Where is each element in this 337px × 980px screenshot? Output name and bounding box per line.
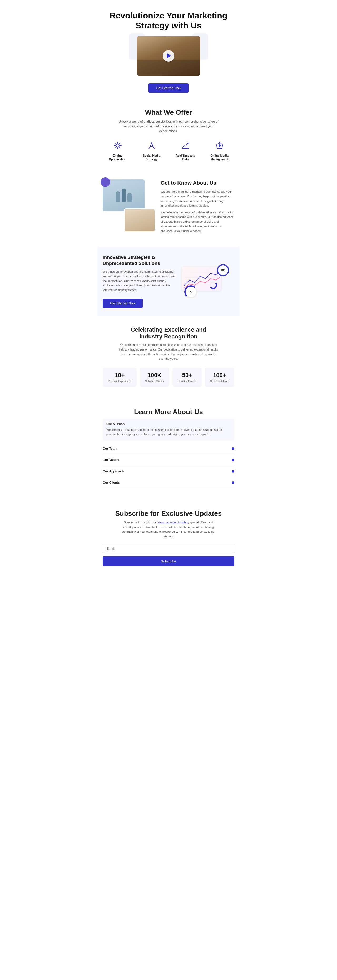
engine-opt-label: Engine Optimization	[104, 154, 131, 161]
svg-point-13	[219, 145, 220, 146]
svg-line-5	[115, 143, 116, 144]
innovative-description: We thrive on innovation and are committe…	[103, 269, 176, 293]
person1	[116, 191, 120, 202]
real-time-label: Real Time and Data	[172, 154, 199, 161]
innovative-content: Innovative Strategies & Unprecedented So…	[103, 255, 176, 308]
about-content: Get to Know About Us We are more than ju…	[161, 180, 234, 233]
accordion-approach-label: Our Approach	[103, 469, 124, 473]
svg-point-11	[154, 148, 155, 149]
stat-clients: 100K Satisfied Clients	[140, 368, 169, 387]
mission-title: Our Mission	[106, 422, 231, 426]
svg-point-10	[151, 142, 152, 143]
stat-clients-number: 100K	[145, 372, 164, 379]
mission-box: Our Mission We are on a mission to trans…	[103, 419, 234, 441]
svg-line-7	[119, 143, 120, 144]
social-media-label: Social Media Strategy	[139, 154, 165, 161]
svg-point-0	[116, 144, 119, 147]
accordion-approach-dot	[232, 470, 234, 473]
about-section: Get to Know About Us We are more than ju…	[97, 172, 240, 246]
circle-70-indicator: 70	[184, 285, 198, 298]
accordion-approach[interactable]: Our Approach	[103, 466, 234, 477]
subscribe-description: Stay in the know with our latest marketi…	[118, 520, 219, 539]
accordion-team-dot	[232, 447, 234, 450]
about-title: Get to Know About Us	[161, 180, 234, 186]
subscribe-section: Subscribe for Exclusive Updates Stay in …	[97, 499, 240, 577]
about-overlay-image	[124, 208, 155, 232]
video-overlay-bottom	[137, 60, 200, 76]
stat-awards: 50+ Industry Awards	[172, 368, 202, 387]
person-silhouettes	[116, 189, 132, 202]
awards-title: Celebrating Excellence and Industry Reco…	[121, 326, 216, 340]
accordion-values-label: Our Values	[103, 458, 119, 462]
person2	[121, 189, 126, 202]
offer-title: What We Offer	[103, 108, 234, 116]
about-para-2: We believe in the power of collaboration…	[161, 210, 234, 234]
hero-section: Revolutionize Your Marketing Strategy wi…	[97, 0, 240, 98]
service-social-media: Social Media Strategy	[139, 141, 165, 161]
stat-team-number: 100+	[210, 372, 229, 379]
hero-get-started-button[interactable]: Get Started Now	[149, 83, 188, 92]
innovative-visual: 100 70	[182, 264, 234, 298]
chart-container: 100 70	[182, 264, 229, 298]
about-images	[103, 180, 155, 232]
online-media-label: Online Media Management	[206, 154, 233, 161]
stat-awards-number: 50+	[178, 372, 196, 379]
stat-awards-label: Industry Awards	[178, 380, 196, 383]
accordion-team[interactable]: Our Team	[103, 443, 234, 455]
hero-title: Revolutionize Your Marketing Strategy wi…	[103, 11, 234, 31]
accordion-clients-dot	[232, 481, 234, 484]
learn-more-section: Learn More About Us Our Mission We are o…	[97, 398, 240, 499]
service-real-time: Real Time and Data	[172, 141, 199, 161]
stat-experience: 10+ Years of Experience	[103, 368, 137, 387]
stat-clients-label: Satisfied Clients	[145, 380, 164, 383]
subscribe-link[interactable]: latest marketing insights	[157, 521, 188, 524]
stat-team-label: Dedicated Team	[210, 380, 229, 383]
innovative-get-started-button[interactable]: Get Started Now	[103, 299, 143, 308]
hero-video-thumbnail[interactable]	[137, 36, 200, 76]
play-button[interactable]	[163, 50, 174, 62]
accordion-values[interactable]: Our Values	[103, 455, 234, 466]
about-overlay-img-placeholder	[125, 209, 155, 231]
stat-experience-label: Years of Experience	[108, 380, 131, 383]
hero-cta-wrapper: Get Started Now	[103, 81, 234, 92]
subscribe-button[interactable]: Subscribe	[103, 556, 234, 566]
online-media-icon	[206, 141, 233, 151]
stat-experience-number: 10+	[108, 372, 131, 379]
svg-line-8	[115, 147, 116, 148]
offer-subtitle: Unlock a world of endless possibilities …	[118, 119, 219, 134]
subscribe-title: Subscribe for Exclusive Updates	[103, 509, 234, 518]
social-media-icon	[139, 141, 165, 151]
awards-section: Celebrating Excellence and Industry Reco…	[97, 316, 240, 397]
accordion-values-dot	[232, 459, 234, 461]
svg-point-9	[149, 148, 150, 149]
accordion-team-label: Our Team	[103, 447, 117, 450]
accordion-clients-label: Our Clients	[103, 481, 120, 484]
stats-grid: 10+ Years of Experience 100K Satisfied C…	[103, 368, 234, 387]
stat-team: 100+ Dedicated Team	[205, 368, 234, 387]
circle-100-indicator: 100	[217, 264, 229, 276]
real-time-icon	[172, 141, 199, 151]
about-inner: Get to Know About Us We are more than ju…	[103, 180, 234, 233]
mission-text: We are on a mission to transform busines…	[106, 428, 231, 437]
engine-opt-icon	[104, 141, 131, 151]
service-online-media: Online Media Management	[206, 141, 233, 161]
innovative-title: Innovative Strategies & Unprecedented So…	[103, 255, 176, 267]
services-grid: Engine Optimization Social Media Strateg…	[103, 141, 234, 161]
awards-description: We take pride in our commitment to excel…	[118, 343, 219, 361]
svg-line-6	[119, 147, 120, 148]
email-input[interactable]	[103, 544, 234, 554]
accordion-clients[interactable]: Our Clients	[103, 477, 234, 488]
service-engine-opt: Engine Optimization	[104, 141, 131, 161]
innovative-section: Innovative Strategies & Unprecedented So…	[97, 247, 240, 316]
what-we-offer-section: What We Offer Unlock a world of endless …	[97, 98, 240, 172]
hero-video-wrapper	[137, 36, 200, 76]
person3	[128, 192, 132, 202]
about-para-1: We are more than just a marketing agency…	[161, 189, 234, 208]
learn-title: Learn More About Us	[103, 408, 234, 416]
